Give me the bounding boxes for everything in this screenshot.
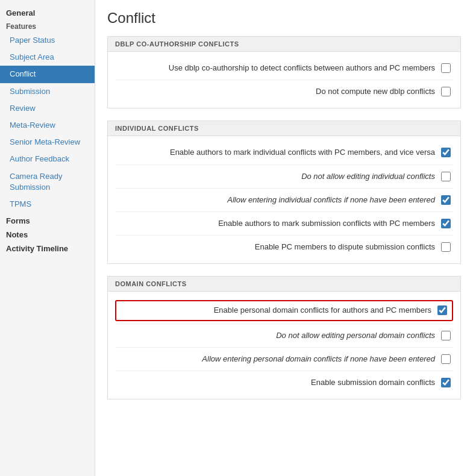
setting-label-no-edit-individual: Do not allow editing individual conflict…: [117, 171, 441, 182]
setting-row-enable-individual: Enable authors to mark individual confli…: [115, 142, 453, 163]
individual-section-body: Enable authors to mark individual confli…: [107, 136, 461, 264]
sidebar-item-tpms[interactable]: TPMS: [0, 196, 95, 213]
setting-label-dblp-no-compute: Do not compute new dblp conflicts: [117, 86, 441, 97]
sidebar-general-heading: General: [0, 5, 95, 19]
setting-label-allow-entering-domain: Allow entering personal domain conflicts…: [117, 354, 441, 365]
individual-section-header: INDIVIDUAL CONFLICTS: [107, 121, 461, 136]
dblp-section: DBLP CO-AUTHORSHIP CONFLICTS Use dblp co…: [107, 36, 461, 108]
page-title: Conflict: [107, 10, 461, 27]
setting-label-dblp-coauthorship: Use dblp co-authorship to detect conflic…: [117, 63, 441, 74]
sidebar-features-heading: Features: [0, 19, 95, 32]
setting-checkbox-no-edit-individual[interactable]: [441, 172, 451, 181]
setting-checkbox-allow-entering-individual[interactable]: [441, 195, 451, 205]
setting-row-enable-submission-domain: Enable submission domain conflicts: [115, 372, 453, 393]
domain-section-header: DOMAIN CONFLICTS: [107, 276, 461, 292]
setting-checkbox-enable-submission-domain[interactable]: [441, 378, 451, 387]
dblp-section-header: DBLP CO-AUTHORSHIP CONFLICTS: [107, 36, 461, 52]
setting-label-allow-entering-individual: Allow entering individual conflicts if n…: [117, 195, 441, 205]
sidebar: General Features Paper Status Subject Ar…: [0, 0, 95, 476]
setting-checkbox-enable-domain[interactable]: [437, 305, 447, 315]
setting-checkbox-enable-dispute[interactable]: [441, 242, 451, 252]
sidebar-forms-heading: Forms: [0, 213, 95, 227]
setting-row-enable-submission-conflicts: Enable authors to mark submission confli…: [115, 213, 453, 234]
individual-section: INDIVIDUAL CONFLICTS Enable authors to m…: [107, 121, 461, 264]
setting-row-no-edit-domain: Do not allow editing personal domain con…: [115, 325, 453, 346]
setting-label-enable-submission-conflicts: Enable authors to mark submission confli…: [117, 218, 441, 229]
setting-label-enable-submission-domain: Enable submission domain conflicts: [117, 377, 441, 388]
setting-checkbox-dblp-coauthorship[interactable]: [441, 63, 451, 73]
setting-row-enable-domain: Enable personal domain conflicts for aut…: [115, 300, 453, 321]
setting-row-allow-entering-domain: Allow entering personal domain conflicts…: [115, 349, 453, 369]
sidebar-item-review[interactable]: Review: [0, 100, 95, 117]
main-content: Conflict DBLP CO-AUTHORSHIP CONFLICTS Us…: [95, 0, 473, 476]
setting-row-no-edit-individual: Do not allow editing individual conflict…: [115, 166, 453, 187]
setting-checkbox-no-edit-domain[interactable]: [441, 331, 451, 340]
setting-row-enable-dispute: Enable PC members to dispute submission …: [115, 237, 453, 257]
sidebar-item-subject-area[interactable]: Subject Area: [0, 49, 95, 66]
domain-section-body: Enable personal domain conflicts for aut…: [107, 292, 461, 399]
setting-row-dblp-no-compute: Do not compute new dblp conflicts: [115, 81, 453, 102]
setting-checkbox-dblp-no-compute[interactable]: [441, 87, 451, 96]
sidebar-item-submission[interactable]: Submission: [0, 83, 95, 100]
setting-label-enable-individual: Enable authors to mark individual confli…: [117, 147, 441, 158]
sidebar-activity-timeline-heading: Activity Timeline: [0, 240, 95, 254]
sidebar-item-conflict[interactable]: Conflict: [0, 66, 95, 83]
sidebar-item-camera-ready[interactable]: Camera Ready Submission: [0, 168, 95, 196]
setting-checkbox-enable-individual[interactable]: [441, 148, 451, 157]
setting-label-enable-domain: Enable personal domain conflicts for aut…: [121, 305, 437, 316]
sidebar-notes-heading: Notes: [0, 227, 95, 240]
setting-row-allow-entering-individual: Allow entering individual conflicts if n…: [115, 190, 453, 210]
sidebar-item-senior-meta-review[interactable]: Senior Meta-Review: [0, 134, 95, 151]
sidebar-item-paper-status[interactable]: Paper Status: [0, 32, 95, 49]
domain-section: DOMAIN CONFLICTS Enable personal domain …: [107, 276, 461, 399]
sidebar-item-author-feedback[interactable]: Author Feedback: [0, 151, 95, 168]
setting-checkbox-enable-submission-conflicts[interactable]: [441, 219, 451, 228]
setting-row-dblp-coauthorship: Use dblp co-authorship to detect conflic…: [115, 58, 453, 78]
setting-label-enable-dispute: Enable PC members to dispute submission …: [117, 242, 441, 252]
dblp-section-body: Use dblp co-authorship to detect conflic…: [107, 52, 461, 108]
setting-label-no-edit-domain: Do not allow editing personal domain con…: [117, 330, 441, 341]
sidebar-item-meta-review[interactable]: Meta-Review: [0, 117, 95, 134]
setting-checkbox-allow-entering-domain[interactable]: [441, 354, 451, 364]
